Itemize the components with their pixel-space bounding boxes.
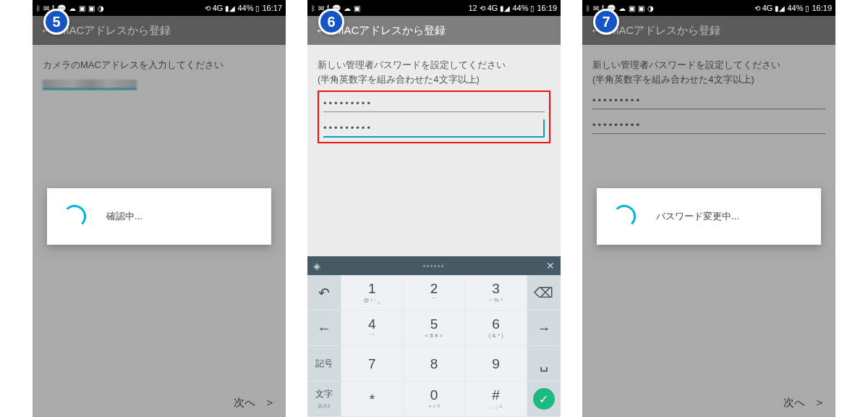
refresh-icon: ⟲ — [754, 4, 760, 12]
keyboard-top-bar: ◈ ✕ — [307, 256, 561, 275]
keyboard-close-icon[interactable]: ✕ — [546, 260, 555, 271]
bluetooth-icon: ᛒ — [311, 4, 315, 12]
image-icon: ▣ — [354, 4, 360, 12]
spinner-icon — [63, 205, 86, 228]
key-0[interactable]: 0+ ! ? — [404, 382, 465, 416]
prompt-text-1: 新しい管理者パスワードを設定してください — [592, 58, 825, 72]
image-icon-2: ▣ — [638, 4, 644, 12]
key-4[interactable]: 4' " — [341, 311, 403, 345]
key-1[interactable]: 1@ / : _ — [341, 275, 403, 310]
bottom-bar: 次へ ＞ — [582, 388, 835, 417]
key-9[interactable]: 9 — [465, 346, 527, 381]
screen-5: ᛒ ✉ f 💬 ☁ ▣ ▣ ◑ ⟲ 4G ▮◢ 44% ▯ 16:17 ← MA… — [33, 0, 286, 417]
key-undo[interactable]: ↶ — [307, 275, 341, 310]
next-chevron-icon[interactable]: ＞ — [264, 395, 276, 410]
modal-text: パスワード変更中... — [656, 210, 739, 223]
signal-icon: ▮◢ — [225, 4, 235, 12]
key-mode[interactable]: 文字あA1 — [307, 382, 341, 416]
next-button[interactable]: 次へ — [234, 396, 255, 410]
mac-address-input[interactable] — [43, 80, 137, 90]
app-header: ← MACアドレスから登録 — [307, 16, 561, 45]
app-header: ← MACアドレスから登録 — [33, 16, 286, 45]
keyboard-drag-dots — [423, 265, 443, 267]
temperature: 12 — [469, 4, 477, 12]
clock: 16:19 — [812, 4, 832, 12]
screen-7: ᛒ ✉ f 💬 ☁ ▣ ▣ ◑ ⟲ 4G ▮◢ 44% ▯ 16:19 ← MA… — [582, 0, 835, 417]
image-icon: ▣ — [79, 4, 85, 12]
refresh-icon: ⟲ — [205, 4, 210, 12]
header-title: MACアドレスから登録 — [610, 24, 720, 38]
prompt-text-2: (半角英数字を組み合わせた4文字以上) — [592, 72, 825, 87]
step-badge-5: 5 — [43, 9, 69, 35]
key-3[interactable]: 3~ % ^ — [465, 275, 527, 310]
prompt-text-1: 新しい管理者パスワードを設定してください — [318, 58, 550, 72]
step-badge-7: 7 — [593, 9, 619, 35]
battery-pct: 44% — [512, 4, 528, 12]
header-title: MACアドレスから登録 — [335, 24, 446, 38]
key-5[interactable]: 5< $ ¥ > — [404, 311, 465, 345]
key-left[interactable]: ← — [307, 311, 341, 345]
soft-keyboard[interactable]: ◈ ✕ ↶ 1@ / : _ 2¯ 3~ % ^ ⌫ ← 4' " 5< $ ¥… — [307, 256, 561, 417]
cloud-icon: ☁ — [69, 4, 76, 12]
image-icon: ▣ — [629, 4, 635, 12]
clock: 16:17 — [262, 4, 282, 12]
status-bar: ᛒ ✉ f 💬 ☁ ▣ ▣ ◑ ⟲ 4G ▮◢ 44% ▯ 16:19 — [582, 0, 835, 16]
step-badge-6: 6 — [318, 9, 344, 35]
cloud-icon: ☁ — [618, 4, 626, 12]
status-bar: ᛒ ✉ f 💬 ☁ ▣ ▣ ◑ ⟲ 4G ▮◢ 44% ▯ 16:17 — [33, 0, 286, 16]
next-chevron-icon[interactable]: ＞ — [814, 395, 825, 410]
app-header: ← MACアドレスから登録 — [582, 16, 835, 45]
battery-pct: 44% — [787, 4, 803, 12]
screen-6: ᛒ ✉ f 💬 ☁ ▣ 12 ⟲ 4G ▮◢ 44% ▯ 16:19 ← MAC… — [307, 0, 561, 417]
signal-icon: ▮◢ — [775, 4, 785, 12]
image-icon-2: ▣ — [88, 4, 95, 12]
network-label: 4G — [213, 4, 224, 12]
battery-icon: ▯ — [805, 4, 809, 12]
signal-icon: ▮◢ — [500, 4, 510, 12]
bluetooth-icon: ᛒ — [586, 4, 590, 12]
battery-icon: ▯ — [530, 4, 535, 12]
key-star[interactable]: * — [341, 382, 403, 416]
prompt-text-2: (半角英数字を組み合わせた4文字以上) — [318, 72, 550, 87]
status-bar: ᛒ ✉ f 💬 ☁ ▣ 12 ⟲ 4G ▮◢ 44% ▯ 16:19 — [307, 0, 561, 16]
app-icon: ◑ — [98, 4, 104, 12]
next-button[interactable]: 次へ — [783, 396, 805, 410]
network-label: 4G — [762, 4, 773, 12]
cloud-icon: ☁ — [344, 4, 351, 12]
prompt-text: カメラのMACアドレスを入力してください — [43, 58, 276, 72]
key-symbols[interactable]: 記号 — [307, 346, 341, 381]
key-hash[interactable]: #, . ; = — [465, 382, 527, 416]
key-enter[interactable]: ✓ — [527, 382, 561, 416]
battery-pct: 44% — [237, 4, 253, 12]
network-label: 4G — [488, 4, 498, 12]
modal-text: 確認中... — [106, 210, 142, 223]
loading-modal: パスワード変更中... — [597, 188, 821, 245]
keyboard-menu-icon[interactable]: ◈ — [313, 261, 320, 271]
loading-modal: 確認中... — [47, 188, 271, 245]
key-backspace[interactable]: ⌫ — [527, 275, 561, 310]
key-2[interactable]: 2¯ — [404, 275, 465, 310]
password-input[interactable] — [592, 92, 825, 109]
key-7[interactable]: 7 — [341, 346, 403, 381]
clock: 16:19 — [537, 4, 557, 12]
password-confirm-input[interactable] — [592, 117, 825, 134]
bottom-bar: 次へ ＞ — [33, 388, 286, 417]
key-8[interactable]: 8 — [404, 346, 465, 381]
key-space[interactable]: ␣ — [527, 346, 561, 381]
spinner-icon — [613, 205, 636, 228]
password-confirm-input[interactable] — [323, 119, 545, 138]
refresh-icon: ⟲ — [480, 4, 485, 12]
battery-icon: ▯ — [255, 4, 260, 12]
password-fields-highlight — [318, 90, 550, 143]
key-right[interactable]: → — [527, 311, 561, 345]
check-icon: ✓ — [533, 388, 555, 410]
app-icon: ◑ — [647, 4, 654, 12]
header-title: MACアドレスから登録 — [60, 24, 171, 38]
password-input[interactable] — [323, 95, 545, 112]
bluetooth-icon: ᛒ — [36, 4, 41, 12]
key-6[interactable]: 6{ & * } — [465, 311, 527, 345]
